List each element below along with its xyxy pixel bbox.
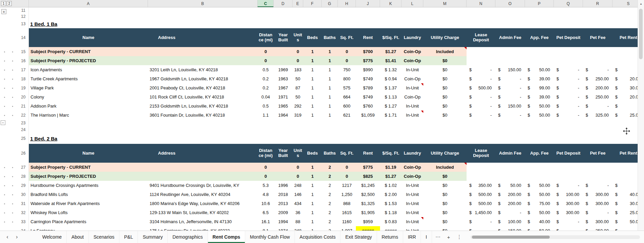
cell[interactable]: 36	[292, 208, 303, 217]
cell[interactable]: In-Unit	[401, 190, 423, 199]
cell[interactable]: $-	[583, 181, 612, 190]
cell[interactable]: $40.00	[525, 217, 554, 226]
header-cell[interactable]: App. Fee	[525, 144, 554, 163]
column-header-s[interactable]: S	[612, 0, 638, 7]
cell[interactable]: In-Unit	[401, 226, 423, 231]
cell[interactable]: 0	[258, 163, 274, 172]
cell[interactable]: 129-133 W Main St, Louisville, KY 40202	[148, 208, 258, 217]
cell[interactable]: $-	[467, 102, 495, 111]
cell[interactable]: 0	[338, 47, 356, 56]
tab-menu-icon[interactable]: ⋮	[453, 231, 465, 243]
column-header-d[interactable]: D	[274, 0, 292, 7]
cell[interactable]: $-	[467, 65, 495, 74]
header-cell[interactable]: Year Built	[274, 144, 292, 163]
row-number[interactable]: 14	[18, 28, 29, 47]
cell[interactable]: $1.27	[380, 47, 401, 56]
row-number[interactable]: 29	[18, 181, 29, 190]
cell[interactable]: 1160	[338, 217, 356, 226]
cell[interactable]	[495, 47, 525, 56]
outline-collapse-button[interactable]: −	[1, 120, 5, 125]
horizontal-scrollbar[interactable]	[471, 231, 640, 243]
cell[interactable]: $0	[423, 102, 467, 111]
cell[interactable]: $700	[356, 47, 380, 56]
cell[interactable]: $350.00	[467, 181, 495, 190]
cell[interactable]: $775	[356, 163, 380, 172]
cell[interactable]: $200.00	[583, 83, 612, 92]
column-header-l[interactable]: L	[401, 0, 423, 7]
cell[interactable]: Subject Property - CURRENT	[29, 47, 148, 56]
sheet-tab-irr[interactable]: IRR	[403, 231, 421, 243]
header-cell[interactable]: Rent	[356, 28, 380, 47]
header-cell[interactable]: Distance (mi)	[258, 144, 274, 163]
cell[interactable]: $-	[612, 226, 638, 231]
add-sheet-button[interactable]: +	[444, 231, 453, 243]
cell[interactable]: 0	[292, 163, 303, 172]
cell[interactable]: 2	[322, 208, 338, 217]
cell[interactable]: 248	[292, 226, 303, 231]
cell[interactable]: $0	[423, 74, 467, 83]
cell[interactable]	[583, 47, 612, 56]
cell[interactable]: Addison Park	[29, 102, 148, 111]
sheet-tab-summary[interactable]: Summary	[138, 231, 168, 243]
cell[interactable]: $-	[583, 65, 612, 74]
row-number[interactable]: 21	[18, 102, 29, 111]
cell[interactable]: $0	[423, 226, 467, 231]
cell[interactable]: $150.00	[495, 102, 525, 111]
cell[interactable]: Included	[423, 163, 467, 172]
cell[interactable]: 1969	[274, 65, 292, 74]
row-number[interactable]: 33	[18, 217, 29, 226]
row-number[interactable]: 15	[18, 47, 29, 56]
cell[interactable]: $-	[495, 208, 525, 217]
cell[interactable]: $1.27	[380, 172, 401, 181]
cell[interactable]: $789	[356, 83, 380, 92]
cell[interactable]: $50.00	[525, 102, 554, 111]
cell[interactable]: $250.00	[583, 226, 612, 231]
sheet-tab-about[interactable]: About	[67, 231, 89, 243]
cell[interactable]: 0	[338, 56, 356, 65]
cell[interactable]: $100.00	[554, 190, 583, 199]
cell[interactable]: 1800 Marina's Edge Way, Louisville, KY 4…	[148, 199, 258, 208]
cell[interactable]: $749	[356, 92, 380, 102]
cell[interactable]: $250.00	[583, 92, 612, 102]
cell[interactable]: $300.00	[583, 199, 612, 208]
cell[interactable]	[148, 163, 258, 172]
cell[interactable]: $-	[495, 74, 525, 83]
header-cell[interactable]: Address	[148, 28, 258, 47]
cell[interactable]: Village Park	[29, 83, 148, 92]
cell[interactable]	[148, 47, 258, 56]
header-cell[interactable]: Laundry	[401, 28, 423, 47]
cell[interactable]: 1	[303, 92, 322, 102]
cell[interactable]: Coin-Op	[401, 92, 423, 102]
cell[interactable]: $-	[583, 102, 612, 111]
cell[interactable]: Carrington Place Apartments	[29, 217, 148, 226]
cell[interactable]: $-	[467, 226, 495, 231]
cell[interactable]: 2	[322, 226, 338, 231]
cell[interactable]: $-	[554, 83, 583, 92]
cell[interactable]: $1,325	[356, 199, 380, 208]
cell[interactable]: 16.1	[258, 217, 274, 226]
cell[interactable]: $-	[495, 92, 525, 102]
header-cell[interactable]: Baths	[322, 28, 338, 47]
sheet-tab-scenarios[interactable]: Scenarios	[89, 231, 119, 243]
header-cell[interactable]: Distance (mi)	[258, 28, 274, 47]
cell[interactable]: $0	[423, 172, 467, 181]
cell[interactable]: 0	[338, 172, 356, 181]
cell[interactable]: $0	[423, 83, 467, 92]
header-cell[interactable]: Laundry	[401, 144, 423, 163]
cell[interactable]: 2	[322, 181, 338, 190]
column-header-g[interactable]: G	[322, 0, 338, 7]
cell[interactable]	[495, 163, 525, 172]
horizontal-scrollbar-track[interactable]	[471, 235, 640, 239]
cell[interactable]	[495, 56, 525, 65]
row-number[interactable]: 26	[18, 144, 29, 163]
cell[interactable]: 1971	[274, 92, 292, 102]
cell[interactable]	[612, 47, 638, 56]
cell[interactable]: 0	[292, 172, 303, 181]
outline-level-1-button[interactable]: 1	[1, 1, 6, 6]
cell[interactable]: $500.00	[467, 83, 495, 92]
section-title[interactable]: 1 Bed, 1 Ba	[29, 19, 197, 28]
cell[interactable]: $0	[423, 111, 467, 120]
cell[interactable]: La Fontenay	[29, 226, 148, 231]
header-cell[interactable]: App. Fee	[525, 28, 554, 47]
cell[interactable]: $-	[554, 74, 583, 83]
